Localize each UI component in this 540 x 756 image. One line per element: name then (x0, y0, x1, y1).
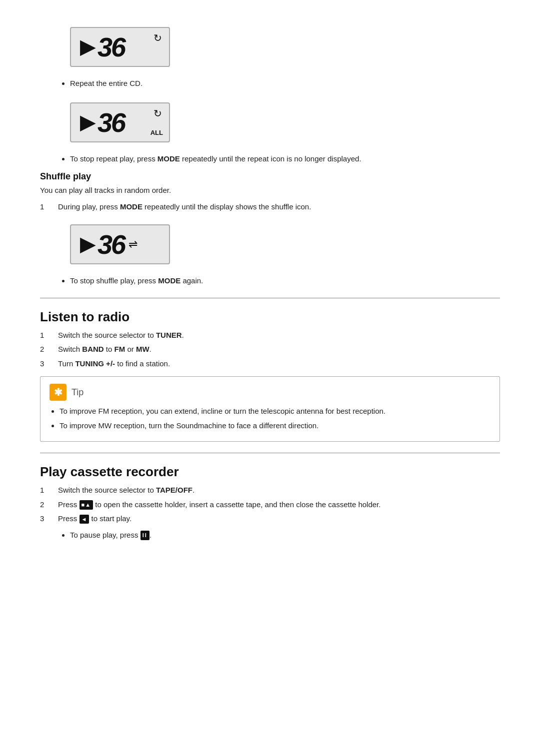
repeat-icon: ↻ (154, 32, 162, 44)
shuffle-play-title: Shuffle play (40, 171, 500, 182)
tip-list: To improve FM reception, you can extend,… (60, 406, 490, 431)
shuffle-icon: ⇌ (128, 238, 138, 251)
cassette-step-num-2: 2 (40, 499, 49, 511)
repeat-all-icon: ↻ (154, 107, 162, 119)
tip-header: ✱ Tip (50, 384, 490, 401)
radio-step-1-text: Switch the source selector to TUNER. (58, 330, 184, 341)
pause-icon: II (140, 531, 150, 540)
press-text: To pause play, press (70, 531, 140, 539)
fm-bold: FM (114, 345, 126, 353)
cassette-step-2-text: Press ■▲ to open the cassette holder, in… (58, 499, 380, 511)
tip-star-icon: ✱ (50, 384, 66, 401)
radio-step-3-text: Turn TUNING +/- to find a station. (58, 358, 170, 370)
cassette-step-1: 1 Switch the source selector to TAPE/OFF… (40, 485, 500, 496)
cassette-step-2: 2 Press ■▲ to open the cassette holder, … (40, 499, 500, 511)
cassette-step-num-3: 3 (40, 513, 49, 525)
radio-step-num-2: 2 (40, 344, 49, 355)
radio-step-3: 3 Turn TUNING +/- to find a station. (40, 358, 500, 370)
radio-steps-list: 1 Switch the source selector to TUNER. 2… (40, 330, 500, 370)
radio-step-1: 1 Switch the source selector to TUNER. (40, 330, 500, 341)
cassette-step-1-text: Switch the source selector to TAPE/OFF. (58, 485, 194, 496)
mode-bold-2: MODE (120, 202, 142, 211)
play-arrow-icon-2: ▶ (80, 113, 94, 132)
stop-repeat-list: To stop repeat play, press MODE repeated… (70, 153, 500, 165)
shuffle-step-1-text: During play, press MODE repeatedly until… (58, 201, 311, 213)
play-arrow-icon-3: ▶ (80, 235, 94, 254)
cassette-step-num-1: 1 (40, 485, 49, 496)
track-number-display-3: 36 (98, 231, 124, 258)
tip-box: ✱ Tip To improve FM reception, you can e… (40, 376, 500, 442)
display-shuffle: ▶ 36 ⇌ (70, 224, 170, 264)
cassette-step-3: 3 Press ◄ to start play. (40, 513, 500, 525)
display-repeat-all: ▶ 36 ↻ ALL (70, 102, 170, 142)
listen-to-radio-section: Listen to radio 1 Switch the source sele… (40, 309, 500, 442)
tape-off-bold: TAPE/OFF (156, 486, 192, 494)
tip-item-1: To improve FM reception, you can extend,… (60, 406, 490, 417)
radio-step-2-text: Switch BAND to FM or MW. (58, 344, 152, 355)
all-label: ALL (150, 129, 163, 136)
play-cassette-title: Play cassette recorder (40, 464, 500, 480)
tip-label: Tip (72, 387, 84, 398)
shuffle-step-1: 1 During play, press MODE repeatedly unt… (40, 201, 500, 213)
rewind-icon: ◄ (80, 515, 90, 524)
track-number-display-2: 36 (98, 109, 124, 136)
mode-bold-3: MODE (158, 276, 180, 285)
shuffle-play-intro: You can play all tracks in random order. (40, 185, 500, 196)
stop-shuffle-item: To stop shuffle play, press MODE again. (70, 275, 500, 287)
stop-repeat-item: To stop repeat play, press MODE repeated… (70, 153, 500, 165)
shuffle-play-section: Shuffle play You can play all tracks in … (40, 171, 500, 287)
cassette-steps-list: 1 Switch the source selector to TAPE/OFF… (40, 485, 500, 525)
tuner-bold: TUNER (156, 331, 182, 339)
band-bold: BAND (82, 345, 104, 353)
display-repeat-single: ▶ 36 ↻ (70, 27, 170, 67)
pause-play-list: To pause play, press II. (70, 530, 500, 541)
tip-item-2: To improve MW reception, turn the Soundm… (60, 420, 490, 432)
repeat-cd-list: Repeat the entire CD. (70, 78, 500, 89)
mode-bold-1: MODE (158, 154, 180, 163)
listen-to-radio-title: Listen to radio (40, 309, 500, 325)
step-num-1: 1 (40, 201, 49, 213)
radio-step-num-3: 3 (40, 358, 49, 370)
play-cassette-section: Play cassette recorder 1 Switch the sour… (40, 464, 500, 541)
play-arrow-icon: ▶ (80, 37, 94, 56)
stop-eject-icon: ■▲ (80, 500, 94, 510)
radio-step-num-1: 1 (40, 330, 49, 341)
tuning-bold: TUNING +/- (75, 359, 115, 368)
track-number-display: 36 (98, 33, 124, 60)
repeat-cd-item: Repeat the entire CD. (70, 78, 500, 89)
radio-step-2: 2 Switch BAND to FM or MW. (40, 344, 500, 355)
pause-play-item: To pause play, press II. (70, 530, 500, 541)
stop-shuffle-list: To stop shuffle play, press MODE again. (70, 275, 500, 287)
divider-1 (40, 298, 500, 298)
cassette-step-3-text: Press ◄ to start play. (58, 513, 132, 525)
mw-bold: MW (136, 345, 150, 353)
divider-2 (40, 453, 500, 453)
shuffle-steps-list: 1 During play, press MODE repeatedly unt… (40, 201, 500, 213)
